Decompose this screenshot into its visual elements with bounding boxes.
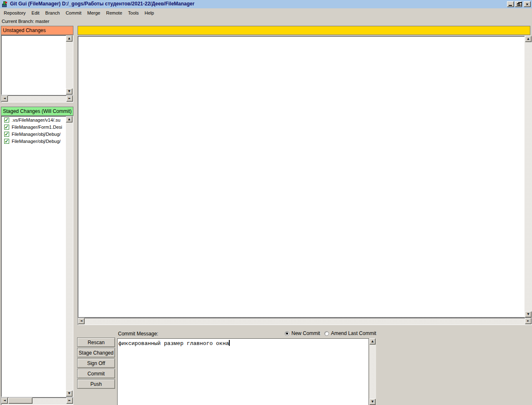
scroll-right-icon[interactable]: ►: [525, 318, 532, 324]
unstaged-horizontal-scrollbar[interactable]: ◄ ►: [1, 95, 73, 102]
menu-commit[interactable]: Commit: [63, 10, 84, 16]
staged-file-name[interactable]: FileManager/Form1.Desi: [12, 125, 62, 130]
staged-file-name[interactable]: .vs/FileManager/v14/.su: [12, 118, 60, 122]
new-commit-radio[interactable]: New Commit: [285, 330, 320, 336]
scroll-right-icon[interactable]: ►: [66, 398, 73, 404]
scrollbar-thumb[interactable]: [8, 398, 33, 404]
staged-file-list[interactable]: ✓ .vs/FileManager/v14/.su ✓ FileManager/…: [1, 116, 73, 397]
menu-remote[interactable]: Remote: [103, 10, 125, 16]
radio-circle-icon[interactable]: [285, 331, 289, 336]
menu-repository[interactable]: Repository: [1, 10, 29, 16]
menu-merge[interactable]: Merge: [84, 10, 103, 16]
staged-checkbox-icon[interactable]: ✓: [4, 125, 9, 130]
git-gui-window: Git Gui (FileManager) D:/_gogs/Работы ст…: [0, 0, 532, 405]
scroll-up-icon[interactable]: ▲: [66, 116, 73, 122]
unstaged-vertical-scrollbar[interactable]: ▲ ▼: [66, 35, 73, 95]
git-gui-app-icon: [2, 1, 8, 7]
sign-off-button[interactable]: Sign Off: [77, 358, 115, 368]
scroll-down-icon[interactable]: ▼: [66, 390, 73, 397]
menu-branch[interactable]: Branch: [43, 10, 63, 16]
close-icon[interactable]: ×: [524, 1, 531, 7]
scroll-up-icon[interactable]: ▲: [369, 338, 376, 345]
rescan-button[interactable]: Rescan: [77, 338, 115, 347]
scroll-right-icon[interactable]: ►: [66, 95, 73, 102]
amend-last-commit-radio-label: Amend Last Commit: [331, 330, 376, 336]
staged-file-name[interactable]: FileManager/obj/Debug/: [12, 139, 60, 144]
minimize-icon[interactable]: [507, 1, 514, 7]
staged-checkbox-icon[interactable]: ✓: [4, 118, 9, 122]
current-branch-label: Current Branch: master: [2, 19, 49, 24]
staged-checkbox-icon[interactable]: ✓: [4, 139, 9, 144]
staged-file-row[interactable]: ✓ .vs/FileManager/v14/.su: [1, 116, 66, 123]
commit-message-vertical-scrollbar[interactable]: ▲ ▼: [369, 338, 376, 405]
scroll-left-icon[interactable]: ◄: [78, 318, 85, 324]
diff-horizontal-scrollbar[interactable]: ◄ ►: [78, 318, 532, 325]
unstaged-file-list[interactable]: ▲ ▼: [1, 35, 73, 95]
new-commit-radio-label: New Commit: [291, 330, 320, 336]
staged-checkbox-icon[interactable]: ✓: [4, 132, 9, 137]
scroll-left-icon[interactable]: ◄: [1, 398, 8, 404]
staged-horizontal-scrollbar[interactable]: ◄ ►: [1, 397, 73, 405]
staged-file-row[interactable]: ✓ FileManager/obj/Debug/: [1, 138, 66, 145]
staged-changes-header: Staged Changes (Will Commit): [1, 107, 73, 116]
commit-button[interactable]: Commit: [77, 369, 115, 378]
push-button[interactable]: Push: [77, 379, 115, 389]
radio-circle-icon[interactable]: [324, 331, 329, 336]
staged-file-name[interactable]: FileManager/obj/Debug/: [12, 132, 60, 137]
scroll-down-icon[interactable]: ▼: [525, 311, 532, 318]
menu-bar: Repository Edit Branch Commit Merge Remo…: [0, 8, 532, 18]
scroll-down-icon[interactable]: ▼: [66, 88, 73, 95]
staged-file-row[interactable]: ✓ FileManager/obj/Debug/: [1, 130, 66, 138]
restore-icon[interactable]: [515, 1, 522, 7]
staged-vertical-scrollbar[interactable]: ▲ ▼: [66, 116, 73, 397]
diff-header-bar: [78, 26, 530, 35]
stage-changed-button[interactable]: Stage Changed: [77, 348, 115, 358]
commit-type-radios: New Commit Amend Last Commit: [285, 330, 380, 336]
scroll-down-icon[interactable]: ▼: [369, 399, 376, 405]
staged-file-row[interactable]: ✓ FileManager/Form1.Desi: [1, 123, 66, 130]
menu-help[interactable]: Help: [142, 10, 157, 16]
commit-message-text: фиксированный размер главного окна: [118, 340, 229, 347]
diff-vertical-scrollbar[interactable]: ▲ ▼: [524, 36, 532, 318]
menu-tools[interactable]: Tools: [125, 10, 142, 16]
scroll-up-icon[interactable]: ▲: [525, 36, 532, 42]
title-bar: Git Gui (FileManager) D:/_gogs/Работы ст…: [0, 0, 532, 8]
scroll-left-icon[interactable]: ◄: [1, 95, 8, 102]
diff-content-area[interactable]: [78, 36, 524, 318]
menu-edit[interactable]: Edit: [29, 10, 43, 16]
commit-message-textarea[interactable]: фиксированный размер главного окна: [117, 338, 369, 405]
commit-message-label: Commit Message:: [118, 331, 158, 337]
scroll-up-icon[interactable]: ▲: [66, 35, 73, 42]
unstaged-changes-header: Unstaged Changes: [1, 26, 73, 35]
amend-last-commit-radio[interactable]: Amend Last Commit: [324, 330, 376, 336]
text-cursor: [229, 340, 230, 346]
window-title: Git Gui (FileManager) D:/_gogs/Работы ст…: [10, 1, 194, 7]
